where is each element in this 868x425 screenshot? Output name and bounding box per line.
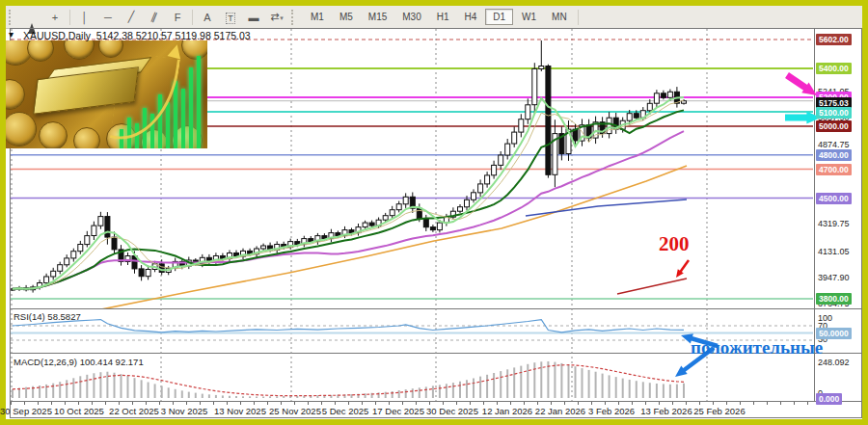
date-label: 25 Nov 2025 bbox=[269, 406, 321, 416]
date-label: 30 Dec 2025 bbox=[426, 406, 478, 416]
coin-icon bbox=[6, 79, 25, 110]
macd-label: MACD(12,26,9) 100.414 92.171 bbox=[14, 357, 144, 367]
green-candle-icon bbox=[181, 89, 185, 148]
date-label: 5 Dec 2025 bbox=[322, 406, 369, 416]
price-level-badge: 3800.00 bbox=[816, 293, 852, 305]
price-level-badge: 4800.00 bbox=[816, 149, 852, 161]
green-candle-icon bbox=[166, 102, 170, 148]
date-label: 30 Sep 2025 bbox=[0, 406, 52, 416]
macd-tick-label: 248.092 bbox=[818, 358, 850, 367]
green-candle-icon bbox=[197, 56, 201, 148]
green-candle-icon bbox=[174, 81, 177, 148]
date-label: 3 Nov 2025 bbox=[161, 406, 208, 416]
price-tick-label: 3947.90 bbox=[818, 273, 850, 282]
gold-bar-photo bbox=[6, 40, 207, 148]
rsi-label: RSI(14) 58.5827 bbox=[14, 311, 81, 322]
date-label: 12 Jan 2026 bbox=[482, 406, 532, 416]
date-label: 13 Nov 2025 bbox=[214, 406, 266, 416]
green-candle-icon bbox=[189, 67, 193, 148]
price-tick-label: 4319.75 bbox=[818, 219, 850, 228]
macd-level-badge: 0.000 bbox=[816, 393, 842, 405]
price-tick-label: 4131.05 bbox=[818, 247, 850, 256]
coin-icon bbox=[39, 121, 68, 148]
date-label: 10 Oct 2025 bbox=[54, 406, 104, 416]
price-level-badge: 5602.00 bbox=[816, 34, 852, 45]
coin-icon bbox=[98, 40, 123, 58]
price-level-badge: 5100.00 bbox=[816, 107, 852, 119]
price-level-badge: 5000.00 bbox=[816, 120, 852, 132]
date-label: 22 Jan 2026 bbox=[535, 406, 585, 416]
coin-icon bbox=[6, 112, 37, 146]
coin-icon bbox=[27, 40, 54, 62]
price-level-badge: 5400.00 bbox=[816, 63, 852, 74]
coin-icon bbox=[73, 127, 100, 148]
coin-icon bbox=[64, 40, 95, 60]
time-axis-ticks bbox=[11, 402, 814, 405]
up-arrow-icon bbox=[168, 43, 184, 60]
date-label: 17 Dec 2025 bbox=[372, 406, 424, 416]
application-window: +│─╱∥FAT▬⇄▾M1M5M15M30H1H4D1W1MN ▾ XAUUSD… bbox=[0, 0, 868, 425]
date-label: 3 Feb 2026 bbox=[588, 406, 635, 416]
price-tick-label: 4874.75 bbox=[818, 140, 850, 149]
date-label: 13 Feb 2026 bbox=[640, 406, 692, 416]
date-label: 22 Oct 2025 bbox=[109, 406, 159, 416]
price-level-badge: 4500.00 bbox=[816, 193, 852, 204]
coin-icon bbox=[181, 40, 207, 60]
rsi-level-badge: 50.0000 bbox=[816, 328, 852, 339]
price-level-badge: 4700.00 bbox=[816, 164, 852, 175]
date-label: 25 Feb 2026 bbox=[693, 406, 745, 416]
